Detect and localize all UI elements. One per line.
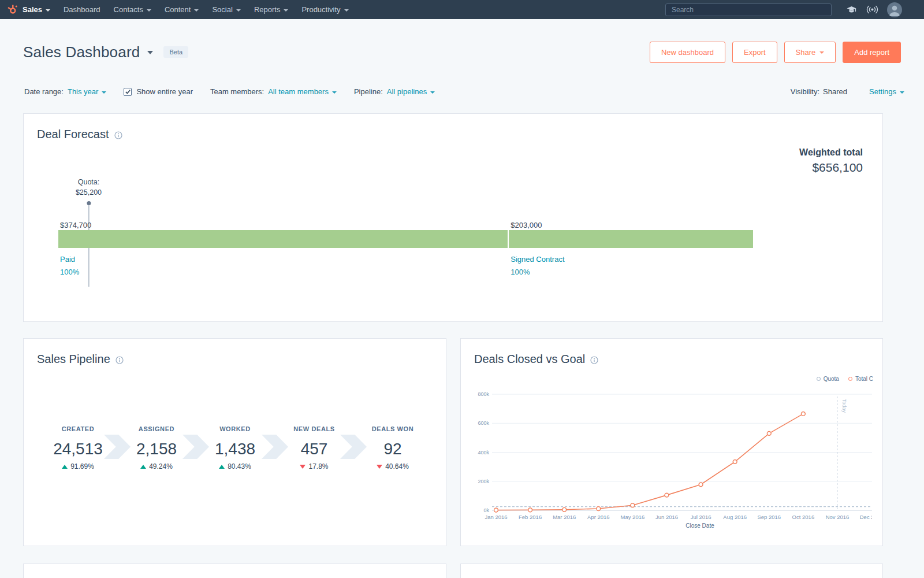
pipeline-select[interactable]: All pipelines: [387, 87, 435, 96]
date-range-select[interactable]: This year: [68, 87, 106, 96]
legend-quota[interactable]: Quota: [817, 376, 839, 382]
forecast-segment-signed-contract[interactable]: [509, 230, 753, 248]
stage-name[interactable]: Signed Contract: [511, 253, 564, 266]
new-dashboard-button[interactable]: New dashboard: [650, 42, 725, 63]
weighted-total: Weighted total $656,100: [799, 147, 863, 175]
chevron-down-icon: [147, 9, 151, 12]
svg-text:0k: 0k: [483, 507, 489, 513]
add-report-button[interactable]: Add report: [843, 42, 901, 63]
nav-sales-label: Sales: [23, 5, 42, 14]
nav-reports[interactable]: Reports: [254, 5, 289, 14]
svg-text:600k: 600k: [478, 420, 489, 426]
info-icon[interactable]: [590, 356, 598, 364]
weighted-total-label: Weighted total: [799, 147, 863, 158]
date-range-label: Date range:: [24, 87, 64, 96]
svg-text:Sep 2016: Sep 2016: [757, 514, 781, 520]
chevron-down-icon: [284, 9, 288, 12]
legend-total-closed[interactable]: Total C: [848, 376, 873, 382]
share-button[interactable]: Share: [784, 42, 836, 63]
segment-stage: Signed Contract 100%: [509, 253, 564, 279]
chevron-down-icon: [236, 9, 241, 12]
visibility-value: Shared: [823, 87, 847, 96]
chevron-down-icon: [46, 9, 50, 12]
svg-text:800k: 800k: [478, 391, 489, 397]
segment-amount: $374,700: [58, 221, 91, 229]
pipeline-stage[interactable]: WORKED 1,438 80.43%: [197, 425, 273, 470]
pipeline-funnel: CREATED 24,513 91.69% ASSIGNED 2,158 49.…: [38, 425, 432, 489]
segment-amount: $203,000: [509, 221, 542, 229]
chevron-down-icon: [332, 91, 337, 94]
nav-contacts[interactable]: Contacts: [114, 5, 151, 14]
pipeline-stage[interactable]: DEALS WON 92 40.64%: [355, 425, 431, 470]
deals-closed-chart: 0k200k400k600k800kJan 2016Feb 2016Mar 20…: [475, 383, 872, 533]
partial-card: [460, 564, 883, 578]
page-title: Sales Dashboard: [23, 43, 140, 61]
nav-social[interactable]: Social: [212, 5, 240, 14]
pipeline-stage[interactable]: CREATED 24,513 91.69%: [40, 425, 116, 470]
deals-closed-card: Deals Closed vs Goal Quota Total C 0k200…: [460, 338, 883, 546]
trend-arrow-icon: [140, 465, 146, 469]
segment-stage: Paid 100%: [58, 253, 79, 279]
trend-arrow-icon: [300, 465, 305, 469]
beta-badge: Beta: [163, 46, 188, 58]
svg-text:Oct 2016: Oct 2016: [792, 514, 815, 520]
chevron-down-icon: [102, 91, 106, 94]
quota-legend-marker-icon: [817, 377, 821, 381]
info-icon[interactable]: [116, 356, 124, 364]
sales-pipeline-title: Sales Pipeline: [37, 353, 110, 366]
svg-text:400k: 400k: [478, 450, 489, 455]
pipeline-stage[interactable]: ASSIGNED 2,158 49.24%: [118, 425, 195, 470]
info-icon[interactable]: [114, 131, 122, 139]
svg-text:Dec 2016: Dec 2016: [860, 514, 872, 520]
total-closed-legend-marker-icon: [848, 377, 852, 381]
quota-value: $25,200: [76, 187, 102, 198]
chevron-down-icon: [344, 9, 349, 12]
svg-text:Apr 2016: Apr 2016: [587, 514, 610, 520]
show-entire-year-checkbox[interactable]: [124, 88, 132, 96]
visibility-label: Visibility:: [791, 87, 819, 96]
stage-name[interactable]: Paid: [60, 253, 79, 266]
filter-bar: Date range: This year Show entire year T…: [24, 87, 904, 96]
nav-productivity[interactable]: Productivity: [301, 5, 348, 14]
trend-arrow-icon: [377, 465, 382, 469]
svg-text:May 2016: May 2016: [621, 514, 645, 520]
settings-menu[interactable]: Settings: [869, 87, 904, 96]
deal-forecast-card: Deal Forecast Weighted total $656,100 Qu…: [23, 113, 883, 322]
academy-graduation-cap-icon[interactable]: [845, 5, 858, 15]
stage-probability: 100%: [511, 266, 564, 279]
broadcast-icon[interactable]: [866, 5, 879, 14]
svg-text:Jan 2016: Jan 2016: [485, 514, 507, 520]
svg-text:Nov 2016: Nov 2016: [826, 514, 850, 520]
top-nav: Sales Dashboard Contacts Content Social …: [0, 0, 924, 19]
stage-probability: 100%: [60, 266, 79, 279]
check-icon: [125, 88, 131, 95]
forecast-segment-paid[interactable]: [58, 230, 509, 248]
team-members-label: Team members:: [210, 87, 264, 96]
sales-pipeline-card: Sales Pipeline CREATED 24,513 91.69% ASS…: [23, 338, 446, 546]
quota-label: Quota:: [76, 177, 102, 187]
svg-text:Feb 2016: Feb 2016: [519, 514, 542, 520]
svg-text:Jun 2016: Jun 2016: [655, 514, 678, 520]
svg-text:Aug 2016: Aug 2016: [723, 514, 747, 520]
user-avatar[interactable]: [887, 2, 902, 17]
hubspot-sprocket-logo[interactable]: [7, 4, 18, 15]
weighted-total-value: $656,100: [799, 161, 863, 175]
trend-arrow-icon: [219, 465, 225, 469]
search-input[interactable]: [665, 3, 832, 16]
export-button[interactable]: Export: [732, 42, 777, 63]
partial-card: [23, 564, 446, 578]
deal-forecast-title: Deal Forecast: [37, 128, 109, 141]
svg-text:Mar 2016: Mar 2016: [553, 514, 576, 520]
chevron-down-icon: [194, 9, 199, 12]
dashboard-switcher-chevron-icon[interactable]: [147, 51, 153, 54]
nav-dashboard[interactable]: Dashboard: [64, 5, 100, 14]
pipeline-stage[interactable]: NEW DEALS 457 17.8%: [276, 425, 352, 470]
team-members-select[interactable]: All team members: [268, 87, 337, 96]
chevron-down-icon: [430, 91, 435, 94]
pipeline-label: Pipeline:: [354, 87, 383, 96]
svg-text:200k: 200k: [478, 479, 489, 484]
nav-sales-menu[interactable]: Sales: [23, 5, 50, 14]
deal-forecast-chart: Quota: $25,200 $374,700 $203,000 Paid 10…: [58, 221, 753, 296]
nav-content[interactable]: Content: [165, 5, 199, 14]
trend-arrow-icon: [62, 465, 68, 469]
